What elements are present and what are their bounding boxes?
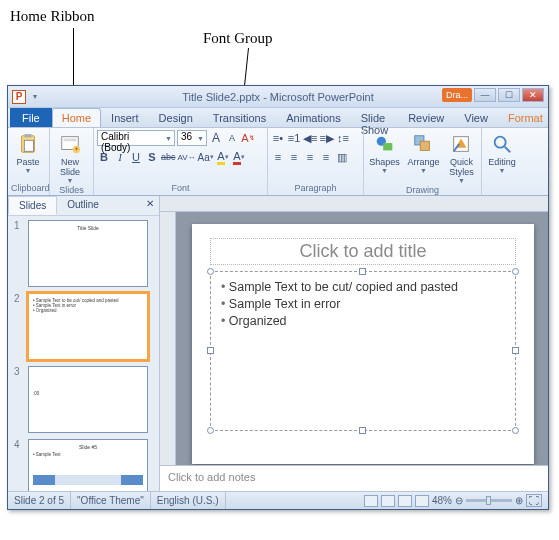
shapes-label: Shapes [369, 157, 400, 167]
paste-button[interactable]: Paste ▼ [11, 130, 45, 174]
font-size-value: 36 [181, 131, 192, 142]
chevron-down-icon: ▼ [67, 177, 74, 184]
panel-close-button[interactable]: ✕ [141, 196, 159, 215]
tab-animations[interactable]: Animations [276, 108, 350, 127]
resize-handle[interactable] [207, 347, 214, 354]
maximize-button[interactable]: ☐ [498, 88, 520, 102]
zoom-slider[interactable] [466, 499, 512, 502]
panel-tab-outline[interactable]: Outline [57, 196, 109, 215]
tab-insert[interactable]: Insert [101, 108, 149, 127]
sorter-view-button[interactable] [381, 495, 395, 507]
tab-home[interactable]: Home [52, 108, 101, 127]
line-spacing-button[interactable]: ↕≡ [336, 130, 350, 146]
quick-styles-button[interactable]: Quick Styles▼ [445, 130, 478, 184]
shrink-font-button[interactable]: A [225, 130, 239, 146]
change-case-button[interactable]: Aa▾ [198, 149, 214, 165]
status-language[interactable]: English (U.S.) [151, 492, 226, 509]
underline-button[interactable]: U [129, 149, 143, 165]
clear-format-button[interactable]: A↯ [241, 130, 255, 146]
resize-handle[interactable] [207, 268, 214, 275]
edit-area: Click to add title Sample Text to be cut… [160, 196, 548, 491]
align-left-button[interactable]: ≡ [271, 149, 285, 165]
svg-point-12 [495, 137, 506, 148]
horizontal-ruler [160, 196, 548, 212]
bullets-button[interactable]: ≡• [271, 130, 285, 146]
justify-button[interactable]: ≡ [319, 149, 333, 165]
chevron-down-icon: ▼ [25, 167, 32, 174]
bullet-item[interactable]: Sample Text to be cut/ copied and pasted [221, 280, 505, 294]
svg-text:✦: ✦ [74, 146, 79, 152]
bullet-item[interactable]: Sample Text in error [221, 297, 505, 311]
paste-icon [17, 132, 39, 156]
shapes-button[interactable]: Shapes▼ [367, 130, 402, 174]
reading-view-button[interactable] [398, 495, 412, 507]
qat-customize-icon[interactable]: ▾ [30, 92, 40, 101]
decrease-indent-button[interactable]: ◀≡ [303, 130, 317, 146]
tab-slideshow[interactable]: Slide Show [351, 108, 399, 127]
slide-canvas[interactable]: Click to add title Sample Text to be cut… [192, 224, 534, 464]
close-button[interactable]: ✕ [522, 88, 544, 102]
resize-handle[interactable] [512, 347, 519, 354]
font-name-select[interactable]: Calibri (Body)▼ [97, 130, 175, 146]
zoom-out-button[interactable]: ⊖ [455, 495, 463, 506]
align-center-button[interactable]: ≡ [287, 149, 301, 165]
new-slide-label: New Slide [60, 157, 80, 177]
editing-button[interactable]: Editing▼ [485, 130, 519, 174]
notes-pane[interactable]: Click to add notes [160, 465, 548, 491]
svg-rect-10 [421, 141, 430, 150]
app-icon: P [12, 90, 26, 104]
resize-handle[interactable] [359, 268, 366, 275]
group-label-paragraph: Paragraph [271, 182, 360, 195]
resize-handle[interactable] [207, 427, 214, 434]
panel-tab-slides[interactable]: Slides [8, 196, 57, 215]
slide-stage[interactable]: Click to add title Sample Text to be cut… [160, 212, 548, 465]
vertical-ruler [160, 212, 176, 465]
fit-to-window-button[interactable]: ⛶ [526, 494, 542, 507]
shadow-button[interactable]: S [145, 149, 159, 165]
font-size-select[interactable]: 36▼ [177, 130, 207, 146]
numbering-button[interactable]: ≡1 [287, 130, 301, 146]
group-label-clipboard: Clipboard [11, 182, 46, 195]
svg-rect-4 [64, 139, 77, 142]
slide-thumbnail-2[interactable]: • Sample Text to be out/ copied and past… [28, 293, 148, 360]
tab-view[interactable]: View [454, 108, 498, 127]
tab-transitions[interactable]: Transitions [203, 108, 276, 127]
strike-button[interactable]: abc [161, 149, 176, 165]
tab-design[interactable]: Design [149, 108, 203, 127]
align-right-button[interactable]: ≡ [303, 149, 317, 165]
bullet-item[interactable]: Organized [221, 314, 505, 328]
minimize-button[interactable]: — [474, 88, 496, 102]
group-drawing: Shapes▼ Arrange▼ Quick Styles▼ Drawing [364, 128, 482, 195]
resize-handle[interactable] [359, 427, 366, 434]
thumbnail-list: 1 Title Slide 2 • Sample Text to be out/… [8, 216, 159, 491]
slide-thumbnail-4[interactable]: Slide #5 • Sample Text [28, 439, 148, 491]
annotation-font-group: Font Group [203, 30, 273, 47]
title-placeholder[interactable]: Click to add title [210, 238, 516, 265]
group-label-editing [485, 192, 521, 195]
resize-handle[interactable] [512, 427, 519, 434]
arrange-button[interactable]: Arrange▼ [405, 130, 442, 174]
slide-thumbnail-1[interactable]: Title Slide [28, 220, 148, 287]
new-slide-button[interactable]: ✦ New Slide ▼ [53, 130, 87, 184]
zoom-in-button[interactable]: ⊕ [515, 495, 523, 506]
tab-file[interactable]: File [10, 108, 52, 127]
highlight-button[interactable]: A▾ [216, 149, 230, 165]
chevron-down-icon: ▼ [197, 135, 204, 142]
font-color-button[interactable]: A▾ [232, 149, 246, 165]
grow-font-button[interactable]: A [209, 130, 223, 146]
normal-view-button[interactable] [364, 495, 378, 507]
slide-thumbnail-3[interactable]: :00 [28, 366, 148, 433]
user-badge[interactable]: Dra... [442, 88, 472, 102]
tab-format[interactable]: Format [498, 108, 553, 127]
editing-label: Editing [488, 157, 516, 167]
status-slide-number: Slide 2 of 5 [8, 492, 71, 509]
content-placeholder[interactable]: Sample Text to be cut/ copied and pasted… [210, 271, 516, 431]
thumb-number: 3 [14, 366, 22, 433]
tab-review[interactable]: Review [398, 108, 454, 127]
char-spacing-button[interactable]: AV↔ [178, 149, 196, 165]
increase-indent-button[interactable]: ≡▶ [319, 130, 333, 146]
columns-button[interactable]: ▥ [335, 149, 349, 165]
slideshow-view-button[interactable] [415, 495, 429, 507]
app-window: P ▾ Title Slide2.pptx - Microsoft PowerP… [7, 85, 549, 510]
resize-handle[interactable] [512, 268, 519, 275]
